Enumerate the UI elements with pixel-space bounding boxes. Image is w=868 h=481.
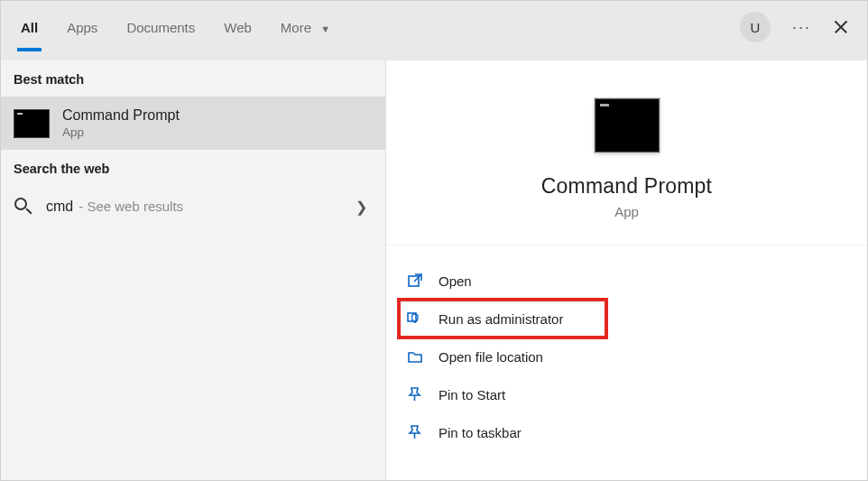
more-options-icon[interactable]: ··· (792, 18, 811, 37)
close-icon[interactable] (833, 19, 849, 35)
best-match-header: Best match (1, 60, 385, 97)
command-prompt-icon (14, 109, 50, 138)
action-open-label: Open (439, 273, 472, 289)
result-text-block: Command Prompt App (62, 107, 180, 139)
action-pin-to-taskbar[interactable]: Pin to taskbar (399, 413, 854, 451)
web-query: cmd (46, 199, 73, 215)
tab-apps[interactable]: Apps (65, 13, 99, 42)
action-list: Open Run as administrator (386, 245, 867, 467)
top-bar: All Apps Documents Web More ▼ U ··· (1, 1, 867, 53)
folder-icon (406, 347, 424, 365)
action-pin-to-start[interactable]: Pin to Start (399, 375, 854, 413)
result-command-prompt[interactable]: Command Prompt App (1, 97, 385, 150)
result-subtitle: App (62, 125, 180, 139)
detail-pane: Command Prompt App Open (386, 60, 867, 480)
shield-admin-icon (406, 310, 424, 328)
pin-start-icon (406, 385, 424, 403)
search-web-header: Search the web (1, 150, 385, 186)
search-window: All Apps Documents Web More ▼ U ··· Best… (0, 0, 868, 481)
action-run-admin-label: Run as administrator (439, 311, 563, 327)
tab-web[interactable]: Web (222, 13, 254, 42)
user-avatar[interactable]: U (740, 12, 771, 42)
detail-header: Command Prompt App (386, 60, 867, 245)
detail-subtitle: App (614, 204, 639, 219)
tab-more[interactable]: More ▼ (279, 13, 332, 42)
result-title: Command Prompt (62, 107, 180, 124)
search-icon (14, 197, 33, 217)
web-result-text: cmd - See web results (46, 199, 183, 215)
action-open-location-label: Open file location (439, 349, 543, 365)
pin-taskbar-icon (406, 423, 424, 441)
action-pin-taskbar-label: Pin to taskbar (439, 425, 522, 440)
action-open[interactable]: Open (399, 262, 854, 300)
action-open-file-location[interactable]: Open file location (399, 338, 854, 375)
chevron-down-icon: ▼ (320, 23, 330, 34)
web-hint: - See web results (78, 199, 183, 214)
tab-all[interactable]: All (19, 13, 40, 42)
action-run-as-administrator[interactable]: Run as administrator (399, 300, 606, 338)
tab-documents[interactable]: Documents (125, 13, 197, 42)
detail-title: Command Prompt (541, 174, 712, 199)
results-pane: Best match Command Prompt App Search the… (1, 60, 386, 480)
command-prompt-large-icon (595, 98, 660, 153)
tab-more-label: More (281, 20, 311, 35)
content-area: Best match Command Prompt App Search the… (1, 60, 867, 480)
web-results-row[interactable]: cmd - See web results ❯ (1, 186, 385, 227)
action-pin-start-label: Pin to Start (439, 387, 505, 402)
chevron-right-icon: ❯ (356, 199, 373, 216)
open-icon (406, 272, 424, 290)
top-right-controls: U ··· (740, 12, 858, 42)
filter-tabs: All Apps Documents Web More ▼ (19, 13, 332, 42)
